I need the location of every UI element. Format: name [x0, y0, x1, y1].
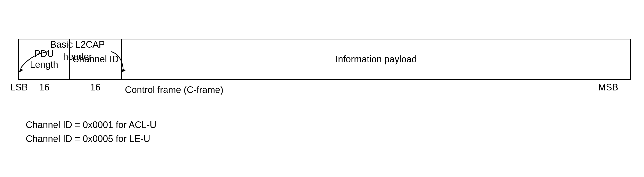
channel-bits: 16 — [90, 82, 100, 93]
field-info-payload-label: Information payload — [335, 54, 417, 65]
frame-structure: PDU Length Channel ID Information payloa… — [18, 39, 631, 80]
field-channel-id-label: Channel ID — [72, 54, 119, 65]
pdu-bits: 16 — [39, 82, 49, 93]
bit-labels-row: LSB 16 16 Control frame (C-frame) MSB — [10, 82, 634, 95]
channel-id-notes: Channel ID = 0x0001 for ACL-U Channel ID… — [26, 118, 634, 146]
field-channel-id: Channel ID — [70, 39, 122, 79]
lsb-label: LSB — [10, 82, 28, 93]
msb-label: MSB — [598, 82, 618, 93]
field-pdu-length: PDU Length — [19, 39, 70, 79]
note-le-u: Channel ID = 0x0005 for LE-U — [26, 132, 634, 146]
field-info-payload: Information payload — [122, 39, 630, 79]
note-acl-u: Channel ID = 0x0001 for ACL-U — [26, 118, 634, 132]
frame-caption: Control frame (C-frame) — [125, 85, 223, 95]
field-pdu-length-label: PDU Length — [19, 48, 69, 70]
